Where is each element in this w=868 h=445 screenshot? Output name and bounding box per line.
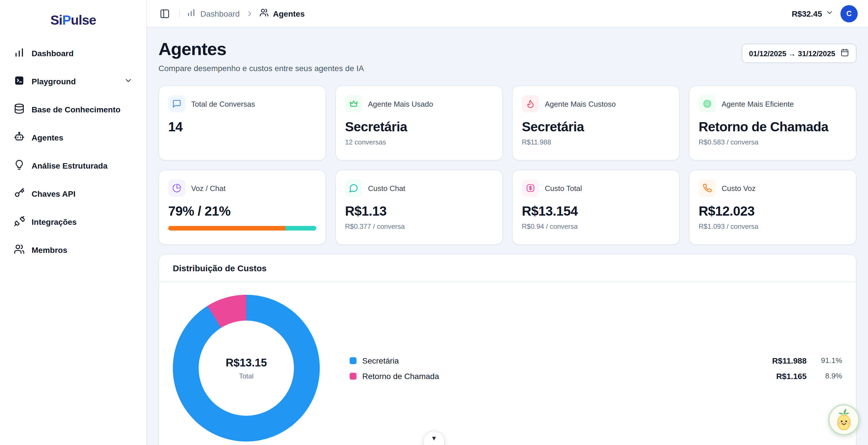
message-square-icon [168,95,185,112]
message-circle-icon [345,179,362,197]
pineapple-mascot-icon [831,406,857,434]
sidebar-item-chaves-api[interactable]: Chaves API [7,182,140,205]
sidebar-toggle-button[interactable] [157,6,172,21]
stat-card-sub: R$11.988 [522,138,670,146]
sidebar-item-label: Dashboard [32,49,73,58]
crown-icon [345,95,362,112]
sidebar-item-label: Análise Estruturada [32,161,107,170]
stat-card-custo-chat: Custo Chat R$1.13 R$0.377 / conversa [335,170,503,245]
flame-icon [522,95,539,112]
stat-card-sub: 12 conversas [345,138,493,146]
stat-card-label: Total de Conversas [191,100,255,108]
donut-total-label: Total [239,372,254,380]
stat-card-sub: R$0.583 / conversa [699,138,847,146]
users-icon [259,8,268,19]
bar-chart-icon [187,8,196,19]
stat-card-agente-mais-usado: Agente Mais Usado Secretária 12 conversa… [335,85,503,161]
sidebar-item-dashboard[interactable]: Dashboard [7,42,140,65]
stat-card-sub: R$1.093 / conversa [699,222,847,231]
stat-card-label: Agente Mais Eficiente [722,100,794,108]
cost-distribution-card: Distribuição de Custos R$13.15 Total Sec… [158,254,857,445]
sidebar-item-label: Integrações [32,217,76,227]
stat-card-agente-mais-eficiente: Agente Mais Eficiente Retorno de Chamada… [689,85,857,161]
breadcrumb-agentes[interactable]: Agentes [259,8,305,19]
chevron-down-icon [826,9,834,19]
legend-item-secretaria: Secretária R$11.988 91.1% [350,356,842,365]
sidebar: SiPulse Dashboard Playground Base de Con… [0,0,147,445]
donut-total-value: R$13.15 [226,356,267,369]
stat-card-sub: R$0.377 / conversa [345,222,493,231]
legend-label: Secretária [362,356,399,365]
stat-card-sub: R$0.94 / conversa [522,222,670,231]
sidebar-item-playground[interactable]: Playground [7,70,140,93]
stat-card-label: Voz / Chat [191,184,226,193]
stat-card-label: Custo Voz [722,184,756,193]
breadcrumb: Dashboard Agentes [187,8,305,19]
stat-card-value: R$12.023 [699,204,847,219]
date-range-picker[interactable]: 01/12/2025 → 31/12/2025 [741,43,857,63]
topbar-divider [179,9,180,18]
legend-value: R$11.988 [772,356,807,365]
stat-card-value: R$1.13 [345,204,493,219]
legend-percent: 8.9% [812,372,842,380]
phone-icon [699,179,716,197]
stat-card-label: Custo Total [545,184,582,193]
lightbulb-icon [14,160,25,172]
topbar: Dashboard Agentes R$32.45 C [147,0,868,28]
sidebar-item-label: Base de Conhecimento [32,105,121,114]
cost-distribution-donut-chart: R$13.15 Total [173,295,320,442]
stat-card-label: Custo Chat [368,184,405,193]
legend-swatch [350,357,356,364]
chevron-right-icon [245,9,253,18]
page-header: Agentes Compare desempenho e custos entr… [158,39,857,73]
sidebar-item-label: Agentes [32,133,63,142]
sidebar-nav: Dashboard Playground Base de Conheciment… [7,42,140,262]
donut-center: R$13.15 Total [198,320,294,416]
stat-card-custo-voz: Custo Voz R$12.023 R$1.093 / conversa [689,170,857,245]
sidebar-item-label: Playground [32,77,76,86]
stat-card-custo-total: Custo Total R$13.154 R$0.94 / conversa [512,170,680,245]
cost-distribution-body: R$13.15 Total Secretária R$11.988 91.1% [159,282,856,445]
main-area: Dashboard Agentes R$32.45 C Agentes Comp… [147,0,868,445]
users-icon [14,244,25,256]
avatar[interactable]: C [840,5,858,22]
sidebar-item-base-de-conhecimento[interactable]: Base de Conhecimento [7,98,140,121]
stat-card-value: Secretária [522,119,670,135]
stat-card-label: Agente Mais Custoso [545,100,616,108]
page-content: Agentes Compare desempenho e custos entr… [147,28,868,445]
breadcrumb-dashboard[interactable]: Dashboard [187,8,240,19]
brand-logo[interactable]: SiPulse [7,12,140,28]
sidebar-item-agentes[interactable]: Agentes [7,126,140,149]
balance-menu-button[interactable]: R$32.45 [792,9,834,19]
breadcrumb-label: Agentes [273,9,305,18]
assistant-mascot-button[interactable] [828,404,859,435]
logo-accent: P [62,12,71,28]
logo-text-suffix: ulse [71,12,96,28]
calendar-icon [840,48,849,59]
voice-chat-ratio-bar [168,226,316,231]
stats-grid: Total de Conversas 14 Agente Mais Usado … [158,85,857,245]
page-subtitle: Compare desempenho e custos entre seus a… [158,64,364,73]
legend-percent: 91.1% [812,356,842,365]
stat-card-total-conversas: Total de Conversas 14 [158,85,326,161]
legend-swatch [350,372,356,379]
cost-distribution-title: Distribuição de Custos [159,254,856,282]
stat-card-value: 79% / 21% [168,204,316,219]
chevron-down-icon [124,76,133,87]
sidebar-item-integracoes[interactable]: Integrações [7,210,140,233]
pie-chart-icon [168,179,185,197]
app-window: SiPulse Dashboard Playground Base de Con… [0,0,868,445]
sidebar-item-label: Membros [32,245,67,254]
target-icon [699,95,716,112]
cost-distribution-legend: Secretária R$11.988 91.1% Retorno de Cha… [350,356,842,380]
balance-amount: R$32.45 [792,9,822,18]
sidebar-item-analise-estruturada[interactable]: Análise Estruturada [7,154,140,177]
legend-label: Retorno de Chamada [362,371,439,380]
sidebar-item-label: Chaves API [32,189,75,198]
stat-card-label: Agente Mais Usado [368,100,433,108]
sidebar-item-membros[interactable]: Membros [7,239,140,262]
legend-item-retorno-de-chamada: Retorno de Chamada R$1.165 8.9% [350,371,842,380]
key-icon [14,187,25,200]
stat-card-value: 14 [168,119,316,135]
stat-card-value: Retorno de Chamada [699,119,847,135]
